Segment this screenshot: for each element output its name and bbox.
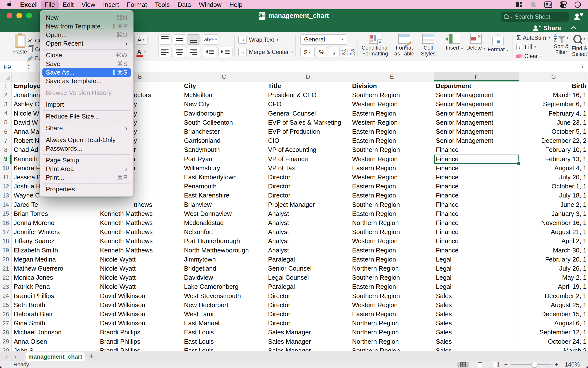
- sort-filter-button[interactable]: AZ ▼ Sort &Filter: [552, 34, 571, 55]
- insert-cells-button[interactable]: Insert ▼: [445, 34, 464, 52]
- row-header-30[interactable]: 30: [0, 346, 12, 351]
- cell-A23[interactable]: Patrick Pena: [12, 282, 98, 291]
- select-all-corner[interactable]: [0, 72, 12, 81]
- merge-center-button[interactable]: ↔ Merge & Center ▼: [238, 48, 293, 56]
- cell-G1[interactable]: Birth: [519, 81, 588, 91]
- cell-G15[interactable]: January 3, 1: [519, 209, 588, 219]
- cell-B29[interactable]: Brandi Phillips: [98, 337, 182, 346]
- cell-F17[interactable]: Finance: [434, 227, 519, 237]
- cell-A21[interactable]: Mathew Guerrero: [12, 264, 98, 273]
- cell-D8[interactable]: VP of Accounting: [266, 145, 350, 155]
- cell-A14[interactable]: Jared Te: [12, 200, 98, 210]
- cell-E12[interactable]: Eastern Region: [350, 182, 434, 191]
- cell-C20[interactable]: Jimmytown: [182, 255, 266, 264]
- cell-D7[interactable]: CIO: [266, 136, 350, 145]
- cell-E1[interactable]: Division: [350, 81, 434, 91]
- cell-E25[interactable]: Western Region: [350, 301, 434, 310]
- row-header-26[interactable]: 26: [0, 310, 12, 319]
- format-cells-button[interactable]: ↔ Format ▼: [488, 33, 509, 53]
- row-header-2[interactable]: 2: [0, 91, 12, 100]
- menubar-item-insert[interactable]: Insert: [99, 0, 123, 9]
- page-layout-view-icon[interactable]: [474, 362, 486, 368]
- cell-A20[interactable]: Megan Medina: [12, 255, 98, 264]
- menu-item-new[interactable]: New⌘N: [40, 13, 133, 22]
- name-box-steppers[interactable]: ▲▼: [27, 63, 30, 70]
- cell-E27[interactable]: Northern Region: [350, 319, 434, 328]
- menu-item-open-recent[interactable]: Open Recent›: [40, 39, 133, 48]
- cell-A22[interactable]: Monica Jones: [12, 273, 98, 282]
- cell-D5[interactable]: EVP of Sales & Marketing: [266, 118, 350, 127]
- cell-E18[interactable]: Western Region: [350, 237, 434, 246]
- cell-D21[interactable]: Senior Counsel: [266, 264, 350, 273]
- cell-C4[interactable]: Davidborough: [182, 109, 266, 118]
- row-header-23[interactable]: 23: [0, 282, 12, 291]
- menubar-item-excel[interactable]: Excel: [16, 0, 41, 9]
- cell-B27[interactable]: David Wilkinson: [98, 319, 182, 328]
- cell-A27[interactable]: Gina Smith: [12, 319, 98, 328]
- cell-E11[interactable]: Western Region: [350, 173, 434, 182]
- menu-item-open[interactable]: Open...⌘O: [40, 31, 133, 39]
- row-header-13[interactable]: 13: [0, 191, 12, 200]
- menu-item-always-open-read-only[interactable]: Always Open Read-Only: [40, 136, 133, 144]
- menubar-item-window[interactable]: Window: [195, 0, 225, 9]
- people-chat-icon[interactable]: [573, 12, 584, 22]
- cell-F3[interactable]: Senior Management: [434, 100, 519, 109]
- menubar-item-help[interactable]: Help: [225, 0, 246, 9]
- name-box[interactable]: F9 ▲▼: [0, 62, 37, 72]
- cell-F25[interactable]: Sales: [434, 301, 519, 310]
- cell-D11[interactable]: Director: [266, 173, 350, 182]
- collapse-ribbon-icon[interactable]: [570, 26, 576, 30]
- share-button[interactable]: Share: [533, 24, 561, 32]
- cell-D17[interactable]: Analyst: [266, 227, 350, 237]
- close-window-button[interactable]: [7, 13, 12, 18]
- cell-F11[interactable]: Finance: [434, 173, 519, 182]
- cell-G27[interactable]: August 6, 1: [519, 319, 588, 328]
- cell-F28[interactable]: Sales: [434, 328, 519, 337]
- cell-G25[interactable]: August 25, 1: [519, 301, 588, 310]
- cell-C21[interactable]: Bridgetland: [182, 264, 266, 273]
- cell-C17[interactable]: Nelsonfort: [182, 227, 266, 237]
- cell-G30[interactable]: March 2: [519, 346, 588, 351]
- cell-C16[interactable]: Mcdonaldstad: [182, 218, 266, 228]
- tiles-icon[interactable]: [515, 1, 523, 8]
- menu-item-page-setup[interactable]: Page Setup...: [40, 156, 133, 165]
- cell-E19[interactable]: Eastern Region: [350, 246, 434, 255]
- cell-F8[interactable]: Finance: [434, 145, 519, 155]
- menu-item-save-as-template[interactable]: Save as Template...: [40, 77, 133, 85]
- cell-E29[interactable]: Northern Region: [350, 337, 434, 346]
- cell-D24[interactable]: Director: [266, 291, 350, 301]
- cell-B23[interactable]: Nicole Wyatt: [98, 282, 182, 291]
- cell-B16[interactable]: Kenneth Matthews: [98, 218, 182, 228]
- cell-C8[interactable]: Sandymouth: [182, 145, 266, 155]
- cell-E30[interactable]: Southern Region: [350, 346, 434, 351]
- cell-C9[interactable]: Port Ryan: [182, 155, 266, 164]
- cell-B26[interactable]: David Wilkinson: [98, 310, 182, 319]
- row-header-4[interactable]: 4: [0, 109, 12, 118]
- sheet-tab-management-chart[interactable]: management_chart: [25, 352, 85, 361]
- cell-F23[interactable]: Legal: [434, 282, 519, 291]
- percent-button[interactable]: %: [316, 47, 327, 57]
- cell-D6[interactable]: EVP of Production: [266, 127, 350, 136]
- cell-F30[interactable]: Sales: [434, 346, 519, 351]
- cell-G20[interactable]: February 20, 1: [519, 255, 588, 264]
- row-header-3[interactable]: 3: [0, 100, 12, 109]
- cell-B30[interactable]: Brandi Phillips: [98, 346, 182, 351]
- cell-F29[interactable]: Sales: [434, 337, 519, 346]
- add-sheet-button[interactable]: +: [89, 351, 94, 361]
- column-header-E[interactable]: E: [350, 72, 434, 81]
- cell-D22[interactable]: Legal Counsel: [266, 273, 350, 282]
- fill-button[interactable]: ↓ Fill ▼: [516, 44, 536, 50]
- cell-E2[interactable]: Southern Region: [350, 91, 434, 100]
- cell-A19[interactable]: Elizabeth Smith: [12, 246, 98, 255]
- cell-A28[interactable]: Michael Johnson: [12, 328, 98, 337]
- row-header-24[interactable]: 24: [0, 291, 12, 301]
- cell-D10[interactable]: VP of Tax: [266, 164, 350, 173]
- cell-F15[interactable]: Finance: [434, 209, 519, 219]
- menu-item-close[interactable]: Close⌘W: [40, 51, 133, 60]
- cell-E3[interactable]: Western Region: [350, 100, 434, 109]
- font-color-button[interactable]: A ▼: [135, 47, 149, 57]
- row-header-17[interactable]: 17: [0, 227, 12, 237]
- cell-D29[interactable]: Sales Manager: [266, 337, 350, 346]
- cell-C5[interactable]: South Colleenton: [182, 118, 266, 127]
- cell-F22[interactable]: Legal: [434, 273, 519, 282]
